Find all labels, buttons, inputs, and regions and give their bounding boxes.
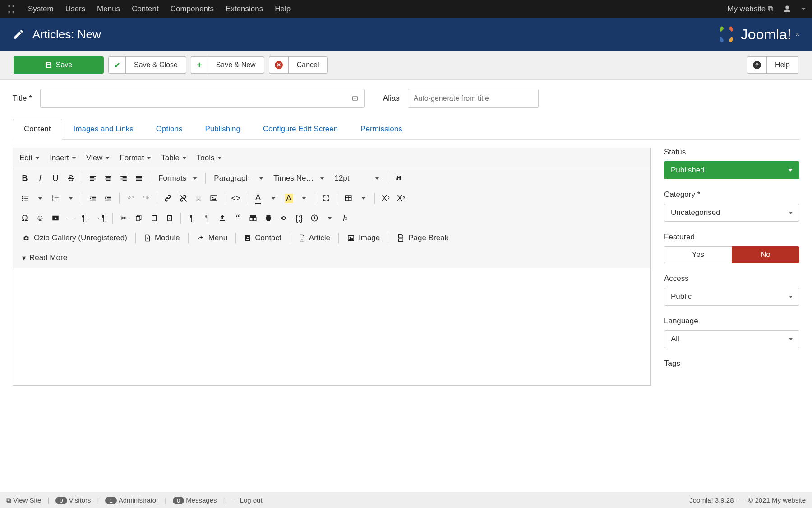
copy-icon[interactable] — [132, 211, 146, 225]
media-icon[interactable] — [48, 211, 63, 225]
blockquote-icon[interactable]: “ — [231, 211, 245, 225]
fontsize-select[interactable]: 12pt — [330, 171, 384, 186]
undo-icon[interactable]: ↶ — [123, 191, 138, 205]
ozio-button[interactable]: Ozio Gallery (Unregistered) — [18, 231, 132, 245]
readmore-button[interactable]: ▾ Read More — [18, 251, 72, 265]
underline-icon[interactable]: U — [48, 171, 63, 186]
redo-icon[interactable]: ↷ — [138, 191, 153, 205]
upload-icon[interactable] — [215, 211, 230, 225]
alias-input[interactable] — [408, 89, 539, 108]
title-input[interactable] — [40, 89, 365, 108]
text-color-caret-icon[interactable] — [266, 191, 281, 205]
featured-no[interactable]: No — [732, 246, 800, 263]
table-icon[interactable] — [341, 191, 355, 205]
emoji-icon[interactable]: ☺ — [33, 211, 47, 225]
number-list-icon[interactable]: 123 — [48, 191, 63, 205]
link-icon[interactable] — [161, 191, 175, 205]
show-blocks-icon[interactable]: ¶ — [185, 211, 199, 225]
tab-permissions[interactable]: Permissions — [349, 119, 414, 140]
unlink-icon[interactable] — [176, 191, 190, 205]
bold-icon[interactable]: B — [18, 171, 32, 186]
cancel-button[interactable]: Cancel — [288, 56, 328, 74]
align-right-icon[interactable] — [116, 171, 131, 186]
tab-configure-edit[interactable]: Configure Edit Screen — [252, 119, 349, 140]
template-icon[interactable] — [246, 211, 260, 225]
image-button[interactable]: Image — [342, 231, 384, 245]
help-button[interactable]: Help — [766, 56, 798, 74]
menu-extensions[interactable]: Extensions — [226, 5, 263, 14]
show-invisible-icon[interactable]: ¶ — [200, 211, 214, 225]
save-new-button[interactable]: Save & New — [208, 56, 264, 74]
bullet-list-caret-icon[interactable] — [33, 191, 47, 205]
menu-components[interactable]: Components — [171, 5, 214, 14]
binoculars-icon[interactable] — [392, 171, 406, 186]
cancel-icon-button[interactable]: ✕ — [269, 56, 288, 74]
menu-tools[interactable]: Tools — [197, 154, 222, 163]
access-select[interactable]: Public — [664, 288, 799, 306]
text-color-icon[interactable]: A — [251, 191, 265, 205]
joomla-glyph-icon[interactable] — [6, 4, 16, 14]
subscript-icon[interactable]: X2 — [378, 191, 393, 205]
paste-icon[interactable] — [147, 211, 161, 225]
outdent-icon[interactable] — [86, 191, 100, 205]
omega-icon[interactable]: Ω — [18, 211, 32, 225]
tab-content[interactable]: Content — [13, 119, 62, 140]
menu-help[interactable]: Help — [275, 5, 291, 14]
save-button[interactable]: Save — [14, 56, 104, 74]
category-select[interactable]: Uncategorised — [664, 204, 799, 222]
block-select[interactable]: Paragraph — [209, 171, 268, 186]
site-link[interactable]: My website ⧉ — [727, 5, 773, 14]
module-button[interactable]: Module — [139, 231, 185, 245]
featured-yes[interactable]: Yes — [664, 246, 732, 263]
menu-insert[interactable]: Insert — [50, 154, 76, 163]
tab-options[interactable]: Options — [145, 119, 194, 140]
image-icon[interactable] — [207, 191, 221, 205]
menu-button[interactable]: Menu — [192, 231, 232, 245]
table-caret-icon[interactable] — [356, 191, 371, 205]
menu-table[interactable]: Table — [161, 154, 187, 163]
user-icon[interactable] — [783, 5, 791, 13]
bullet-list-icon[interactable] — [18, 191, 32, 205]
menu-format[interactable]: Format — [120, 154, 151, 163]
datetime-icon[interactable] — [307, 211, 322, 225]
datetime-caret-icon[interactable] — [323, 211, 337, 225]
article-button[interactable]: Article — [294, 231, 335, 245]
fullscreen-icon[interactable] — [319, 191, 333, 205]
align-left-icon[interactable] — [86, 171, 100, 186]
save-close-icon-button[interactable]: ✔ — [108, 56, 125, 74]
menu-content[interactable]: Content — [132, 5, 159, 14]
contact-button[interactable]: Contact — [240, 231, 286, 245]
menu-edit[interactable]: Edit — [19, 154, 40, 163]
italic-icon[interactable]: I — [33, 171, 47, 186]
tab-publishing[interactable]: Publishing — [194, 119, 251, 140]
bookmark-icon[interactable] — [191, 191, 206, 205]
editor-canvas[interactable] — [13, 268, 650, 385]
font-select[interactable]: Times Ne… — [269, 171, 329, 186]
save-close-button[interactable]: Save & Close — [125, 56, 186, 74]
align-justify-icon[interactable] — [132, 171, 146, 186]
menu-users[interactable]: Users — [65, 5, 85, 14]
tab-images-links[interactable]: Images and Links — [62, 119, 145, 140]
strikethrough-icon[interactable]: S — [64, 171, 78, 186]
help-icon-button[interactable]: ? — [747, 56, 766, 74]
number-list-caret-icon[interactable] — [64, 191, 78, 205]
ltr-icon[interactable]: ¶→ — [79, 211, 93, 225]
bg-color-icon[interactable]: A — [281, 191, 296, 205]
code-icon[interactable]: <> — [229, 191, 243, 205]
indent-icon[interactable] — [101, 191, 115, 205]
align-center-icon[interactable] — [101, 171, 115, 186]
cut-icon[interactable]: ✂ — [116, 211, 131, 225]
clear-format-icon[interactable]: Ix — [338, 211, 352, 225]
codesample-icon[interactable]: {;} — [292, 211, 306, 225]
print-icon[interactable] — [261, 211, 276, 225]
pagebreak-button[interactable]: Page Break — [392, 231, 453, 245]
paste-text-icon[interactable]: T — [162, 211, 177, 225]
preview-icon[interactable] — [277, 211, 291, 225]
status-select[interactable]: Published — [664, 161, 799, 179]
hr-icon[interactable]: — — [64, 211, 78, 225]
bg-color-caret-icon[interactable] — [297, 191, 311, 205]
language-select[interactable]: All — [664, 330, 799, 348]
user-caret-icon[interactable] — [801, 8, 806, 10]
save-new-icon-button[interactable]: + — [191, 56, 208, 74]
menu-view[interactable]: View — [86, 154, 110, 163]
